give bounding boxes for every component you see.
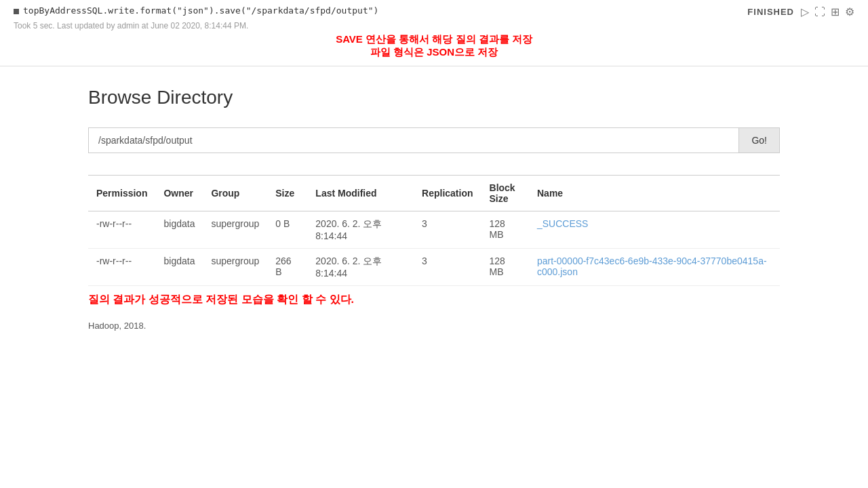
page-title: Browse Directory: [88, 87, 780, 108]
directory-table: Permission Owner Group Size Last Modifie…: [88, 175, 780, 286]
go-button[interactable]: Go!: [738, 127, 780, 153]
annotation-save: SAVE 연산을 통해서 해당 질의 결과를 저장 파일 형식은 JSON으로 …: [14, 33, 854, 59]
file-link[interactable]: _SUCCESS: [537, 218, 588, 229]
col-owner: Owner: [155, 176, 203, 211]
table-row: -rw-r--r--bigdatasupergroup0 B2020. 6. 2…: [88, 211, 780, 249]
table-header-row: Permission Owner Group Size Last Modifie…: [88, 176, 780, 211]
meta-text: Took 5 sec. Last updated by admin at Jun…: [14, 21, 854, 30]
col-size: Size: [267, 176, 307, 211]
col-block-size: BlockSize: [481, 176, 529, 211]
file-link[interactable]: part-00000-f7c43ec6-6e9b-433e-90c4-37770…: [537, 256, 767, 277]
settings-icon[interactable]: ⚙: [845, 5, 854, 18]
expand-icon[interactable]: ⛶: [814, 6, 825, 18]
main-content: Browse Directory Go! Permission Owner Gr…: [0, 66, 868, 351]
col-replication: Replication: [414, 176, 481, 211]
col-group: Group: [203, 176, 267, 211]
col-last-modified: Last Modified: [307, 176, 414, 211]
path-input[interactable]: [88, 127, 738, 153]
status-area: FINISHED ▷ ⛶ ⊞ ⚙: [747, 5, 854, 18]
col-permission: Permission: [88, 176, 155, 211]
code-text: topByAddressSQL.write.format("json").sav…: [23, 5, 378, 16]
code-block: topByAddressSQL.write.format("json").sav…: [14, 5, 378, 16]
toolbar-icons: ▷ ⛶ ⊞ ⚙: [801, 5, 854, 18]
code-indicator: [14, 9, 19, 14]
path-row: Go!: [88, 127, 780, 153]
col-name: Name: [529, 176, 780, 211]
footer-text: Hadoop, 2018.: [88, 321, 780, 331]
grid-icon[interactable]: ⊞: [831, 5, 840, 18]
finished-label: FINISHED: [747, 7, 794, 17]
annotation-bottom: 질의 결과가 성공적으로 저장된 모습을 확인 할 수 있다.: [88, 293, 780, 307]
table-row: -rw-r--r--bigdatasupergroup266 B2020. 6.…: [88, 249, 780, 286]
top-bar: topByAddressSQL.write.format("json").sav…: [0, 0, 868, 66]
run-icon[interactable]: ▷: [801, 5, 809, 18]
